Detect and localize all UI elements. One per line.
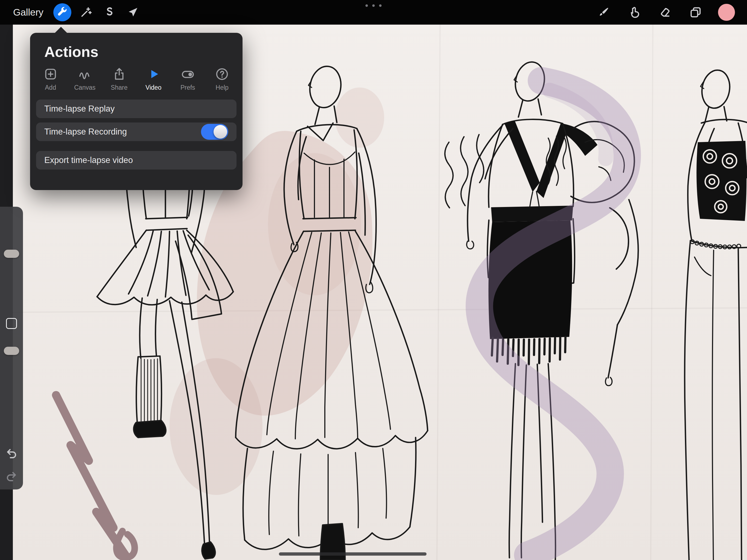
- share-up-icon: [112, 67, 127, 81]
- procreate-window: Gallery: [0, 0, 747, 560]
- tab-video[interactable]: Video: [136, 67, 171, 91]
- sidebar: [0, 207, 23, 489]
- tab-help[interactable]: Help: [205, 67, 239, 91]
- actions-tabs: Add Canvas Share Video: [30, 67, 242, 91]
- add-square-icon: [43, 67, 58, 81]
- redo-arrow-icon: [5, 469, 18, 483]
- play-icon: [146, 67, 161, 81]
- export-timelapse-label: Export time-lapse video: [44, 155, 133, 165]
- timelapse-recording-toggle[interactable]: [201, 124, 228, 140]
- home-indicator[interactable]: [279, 552, 427, 556]
- export-timelapse-row[interactable]: Export time-lapse video: [36, 151, 236, 170]
- canvas-options-icon[interactable]: [366, 4, 382, 7]
- timelapse-recording-row[interactable]: Time-lapse Recording: [36, 123, 236, 141]
- adjustments-button[interactable]: [77, 3, 95, 21]
- transform-button[interactable]: [124, 3, 142, 21]
- eraser-icon: [659, 6, 671, 19]
- brush-size-slider[interactable]: [4, 250, 19, 258]
- redo-button[interactable]: [5, 469, 18, 483]
- canvas-wave-icon: [77, 67, 92, 81]
- actions-button[interactable]: [53, 3, 71, 21]
- opacity-slider[interactable]: [4, 347, 19, 355]
- modify-button[interactable]: [6, 318, 17, 329]
- timelapse-replay-row[interactable]: Time-lapse Replay: [36, 100, 236, 118]
- tab-canvas[interactable]: Canvas: [68, 67, 102, 91]
- transform-arrow-icon: [127, 6, 139, 19]
- panel-caret: [54, 27, 68, 33]
- erase-button[interactable]: [657, 4, 673, 21]
- timelapse-replay-label: Time-lapse Replay: [44, 104, 114, 114]
- magic-wand-icon: [80, 6, 92, 19]
- wrench-icon: [56, 6, 69, 19]
- actions-panel: Actions Add Canvas Share: [30, 33, 242, 190]
- topbar: Gallery: [0, 0, 747, 25]
- layers-icon: [689, 6, 702, 19]
- gallery-button[interactable]: Gallery: [13, 7, 44, 18]
- layers-button[interactable]: [687, 4, 704, 21]
- smudge-button[interactable]: [626, 4, 643, 21]
- undo-arrow-icon: [5, 447, 18, 460]
- brush-icon: [597, 6, 610, 19]
- toggle-knob: [213, 125, 227, 138]
- timelapse-recording-label: Time-lapse Recording: [44, 127, 127, 137]
- selection-button[interactable]: [100, 3, 119, 21]
- undo-button[interactable]: [5, 447, 18, 460]
- toggle-icon: [180, 67, 195, 81]
- help-circle-icon: [215, 67, 229, 81]
- tab-prefs[interactable]: Prefs: [171, 67, 205, 91]
- tab-share[interactable]: Share: [102, 67, 136, 91]
- smudge-finger-icon: [628, 6, 641, 19]
- panel-title: Actions: [44, 43, 242, 60]
- brush-button[interactable]: [595, 4, 612, 21]
- tab-add[interactable]: Add: [33, 67, 68, 91]
- color-button[interactable]: [718, 4, 735, 21]
- actions-list: Time-lapse Replay Time-lapse Recording E…: [30, 100, 242, 170]
- selection-s-icon: [103, 6, 115, 19]
